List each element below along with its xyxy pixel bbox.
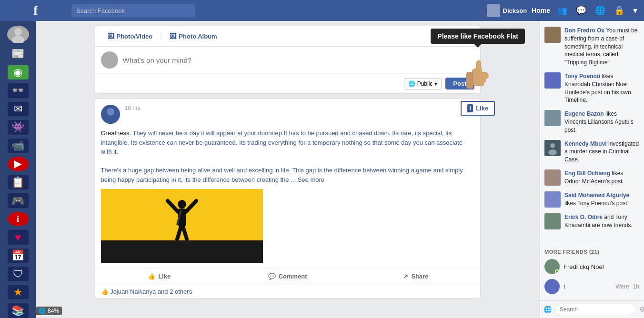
calendar-icon[interactable]: 📅: [8, 248, 29, 263]
activity-avatar: [544, 27, 561, 43]
play-icon[interactable]: ▶: [8, 157, 29, 171]
share-label: Share: [411, 273, 428, 280]
tab-divider: |: [160, 32, 162, 40]
tooltip-arrow: [474, 44, 482, 48]
friend-last-message: Were: [615, 283, 629, 290]
activity-text: Tony Poenou likes Krisnodah Christian No…: [564, 72, 639, 104]
comment-label: Comment: [279, 273, 307, 280]
list-item[interactable]: Don Fredro Ox You must be suffering from…: [540, 24, 644, 70]
list-item[interactable]: Kennedy Mbuvi investigated a murder case…: [540, 137, 644, 167]
composer-footer: 🌐 Public ▾ Post: [95, 73, 480, 93]
list-item[interactable]: Eugene Bazon likes Vincents Liliansons A…: [540, 107, 644, 137]
bottom-search-bar: 🌐 ⚙ ✏: [540, 300, 644, 318]
friend-avatar: [544, 259, 560, 274]
heart-icon[interactable]: ♥: [8, 230, 29, 245]
friends-search-input[interactable]: [554, 304, 636, 315]
facebook-logo[interactable]: f: [0, 3, 71, 18]
list-item[interactable]: Said Mohamed Afguriye likes Tony Poenou'…: [540, 189, 644, 210]
activity-avatar: [544, 72, 561, 89]
games-icon[interactable]: 👓: [8, 83, 29, 98]
svg-point-16: [550, 143, 555, 148]
post-image: [101, 189, 263, 263]
photo-album-tab[interactable]: 🖼 Photo Album: [163, 30, 223, 42]
globe-nav-icon[interactable]: 🌐: [593, 5, 607, 16]
feed-post: 10 hrs ▾ Greatness. They will never be a…: [95, 99, 481, 298]
post-time: 10 hrs: [125, 105, 141, 111]
notes-icon[interactable]: 📋: [8, 175, 29, 190]
search-input[interactable]: [71, 4, 195, 17]
svg-point-2: [107, 55, 112, 61]
video-icon[interactable]: 📹: [8, 139, 29, 153]
activity-name: Eugene Bazon: [564, 110, 604, 117]
controller-icon[interactable]: 🎮: [8, 193, 29, 208]
activity-feed: Don Fredro Ox You must be suffering from…: [540, 21, 644, 243]
comment-button[interactable]: 💬 Comment: [223, 270, 352, 283]
likes-text[interactable]: Jojuan Naikanya and 2 others: [110, 288, 192, 295]
top-navigation: f Dickson Home 👥 💬 🌐 🔒 ▾: [0, 0, 644, 21]
see-more-link[interactable]: See more: [298, 176, 324, 183]
activity-name: Said Mohamed Afguriye: [564, 192, 629, 199]
like-label: Like: [158, 273, 171, 280]
messages-icon[interactable]: ✉: [8, 102, 29, 117]
list-item[interactable]: Eng Bill Ochieng likes Oduor Mc'Adero's …: [540, 167, 644, 189]
post-likes: 👍 Jojuan Naikanya and 2 others: [95, 285, 480, 298]
svg-point-17: [548, 149, 557, 155]
post-header: 10 hrs ▾: [95, 99, 480, 127]
post-avatar[interactable]: [101, 105, 120, 124]
like-button[interactable]: 👍 Like: [95, 270, 223, 283]
svg-point-4: [107, 108, 114, 116]
activity-avatar: [544, 140, 561, 156]
news-feed-icon[interactable]: 📰: [8, 47, 29, 61]
friend-avatar: [544, 279, 560, 294]
globe-icon: 🌐: [408, 80, 415, 87]
tooltip-text: Please like Facebook Flat: [437, 32, 518, 40]
thumbs-icon: 👍: [101, 288, 109, 295]
nav-user[interactable]: Dickson: [487, 4, 527, 17]
activity-avatar: [544, 191, 561, 208]
svg-point-0: [14, 28, 22, 36]
svg-point-5: [104, 116, 117, 124]
friend-time: 1h: [633, 283, 639, 290]
activity-name: Don Fredro Ox: [564, 27, 604, 34]
lock-nav-icon[interactable]: 🔒: [612, 5, 626, 16]
app-icon[interactable]: 👾: [8, 120, 29, 135]
list-item[interactable]: Tony Poenou likes Krisnodah Christian No…: [540, 70, 644, 107]
activity-text: Said Mohamed Afguriye likes Tony Poenou'…: [564, 191, 639, 208]
friend-name: Fredrickq Noel: [564, 263, 639, 270]
comment-icon: 💬: [268, 273, 276, 280]
post-text: Greatness. They will never be a day it w…: [95, 127, 480, 189]
feed-area: 🖼 Photo/Video | 🖼 Photo Album 🌐 Publi: [90, 21, 485, 308]
right-sidebar: Don Fredro Ox You must be suffering from…: [539, 21, 644, 318]
info-icon[interactable]: i: [8, 212, 29, 227]
fb-like-button[interactable]: f Like: [461, 101, 495, 116]
post-actions: 👍 Like 💬 Comment ↗ Share: [95, 268, 480, 285]
shield-icon[interactable]: 🛡: [8, 267, 29, 281]
activity-avatar: [544, 213, 561, 229]
share-icon: ↗: [403, 273, 408, 280]
bookmark-icon[interactable]: 📚: [8, 303, 29, 318]
friend-item[interactable]: ! Were 1h: [544, 277, 639, 297]
friends-nav-icon[interactable]: 👥: [555, 5, 569, 16]
list-item[interactable]: Erick O. Odire and Tony Khadambi are now…: [540, 210, 644, 232]
share-button[interactable]: ↗ Share: [352, 270, 480, 283]
settings-icon[interactable]: ⚙: [639, 306, 644, 313]
photo-video-tab[interactable]: 🖼 Photo/Video: [101, 30, 160, 42]
tooltip-container: Please like Facebook Flat f Like: [431, 29, 525, 116]
home-link[interactable]: Home: [532, 7, 550, 14]
zoom-indicator: 🌐 84%: [36, 307, 62, 315]
friend-item[interactable]: Fredrickq Noel: [544, 257, 639, 277]
dropdown-nav-icon[interactable]: ▾: [631, 5, 639, 16]
svg-rect-7: [101, 240, 263, 263]
user-sidebar-avatar[interactable]: [7, 26, 29, 43]
activity-text: Erick O. Odire and Tony Khadambi are now…: [564, 213, 639, 229]
status-input[interactable]: [123, 56, 474, 64]
photo-album-label: Photo Album: [179, 33, 217, 40]
friend-name: !: [564, 283, 612, 290]
post-user-info: 10 hrs: [101, 105, 141, 124]
star-icon[interactable]: ★: [8, 285, 29, 300]
globe-icon: 🌐: [543, 306, 552, 313]
rss-icon[interactable]: ◉: [8, 65, 29, 80]
activity-text: Don Fredro Ox You must be suffering from…: [564, 27, 639, 67]
activity-avatar: [544, 110, 561, 126]
messages-nav-icon[interactable]: 💬: [574, 5, 588, 16]
